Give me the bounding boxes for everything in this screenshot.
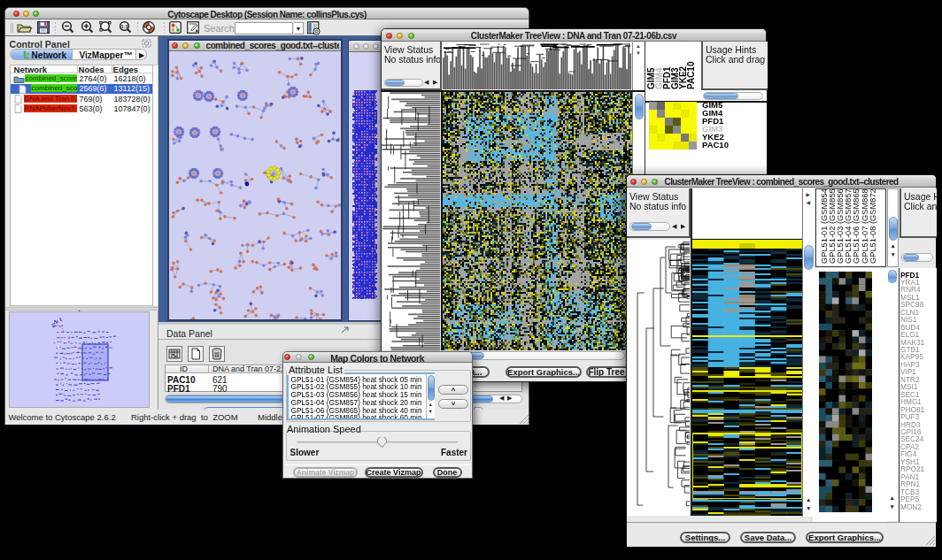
svg-text:1:1: 1:1 [121, 24, 128, 29]
